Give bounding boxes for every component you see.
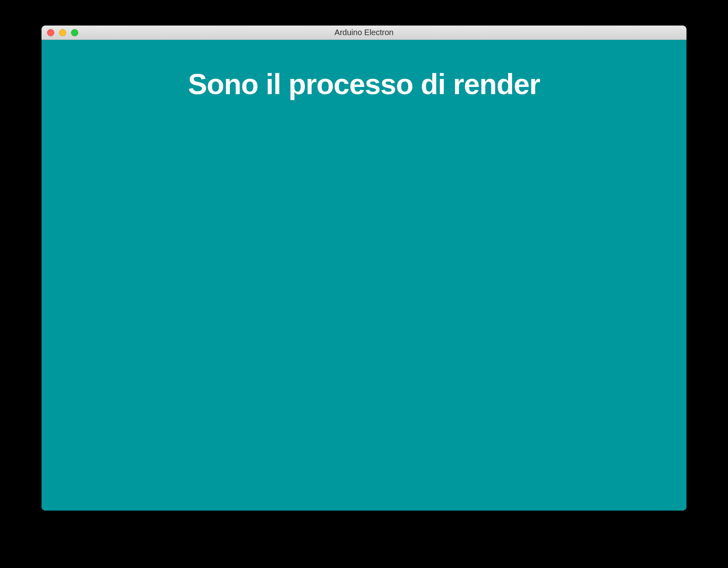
window-title: Arduino Electron [42, 28, 686, 37]
minimize-button[interactable] [59, 29, 66, 36]
window-titlebar[interactable]: Arduino Electron [42, 26, 686, 40]
application-window: Arduino Electron Sono il processo di ren… [42, 26, 686, 511]
main-heading: Sono il processo di render [42, 68, 686, 101]
close-button[interactable] [47, 29, 54, 36]
traffic-lights [42, 29, 78, 36]
maximize-button[interactable] [71, 29, 78, 36]
window-content: Sono il processo di render [42, 40, 686, 511]
